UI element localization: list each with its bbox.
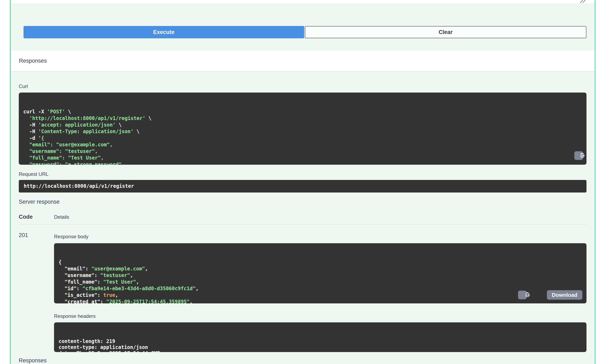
code-line: "email": "user@example.com", <box>59 265 582 272</box>
request-url-value: http://localhost:8000/api/v1/register <box>24 180 134 193</box>
response-headers-label: Response headers <box>54 313 586 319</box>
code-line: "is_active": true, <box>59 292 582 299</box>
code-line: content-length: 219 <box>59 338 582 344</box>
code-line: "id": "cfba9e14-ebe3-43d4-a8d0-d35060c9f… <box>59 285 582 292</box>
response-headers-code: content-length: 219content-type: applica… <box>59 338 582 352</box>
response-body-block: { "email": "user@example.com", "username… <box>54 243 586 303</box>
code-line: content-type: application/json <box>59 344 582 351</box>
server-response-row: 201 Response body { "email": "user@examp… <box>19 232 586 352</box>
clipboard-copy-icon <box>572 149 585 162</box>
execute-wrapper: Execute Clear <box>24 26 586 38</box>
code-line: "password": "a_strong_password" <box>23 161 582 165</box>
responses-title: Responses <box>19 58 47 64</box>
response-headers-block: content-length: 219content-type: applica… <box>54 322 586 352</box>
code-line: "full_name": "Test User", <box>59 279 582 285</box>
curl-label: Curl <box>19 83 586 89</box>
response-body-code: { "email": "user@example.com", "username… <box>59 259 582 303</box>
copy-curl-button[interactable] <box>574 151 583 160</box>
code-line: "username": "testuser", <box>59 272 582 279</box>
response-body-label: Response body <box>54 234 586 239</box>
code-line: -H 'accept: application/json' \ <box>23 122 582 128</box>
code-line: -H 'Content-Type: application/json' \ <box>23 128 582 135</box>
responses-inner: Curl curl -X 'POST' \ 'http://localhost:… <box>11 83 595 364</box>
code-line: "username": "testuser", <box>23 148 582 155</box>
request-url-block: http://localhost:8000/api/v1/register <box>19 180 586 193</box>
curl-command-code: curl -X 'POST' \ 'http://localhost:8000/… <box>23 108 582 165</box>
curl-command-block: curl -X 'POST' \ 'http://localhost:8000/… <box>19 92 586 165</box>
code-line: "full_name": "Test User", <box>23 155 582 161</box>
server-response-title: Server response <box>19 199 586 205</box>
download-button[interactable]: Download <box>547 290 582 300</box>
responses-tab-header: Responses <box>11 51 595 71</box>
responses-doc-title: Responses <box>19 357 586 364</box>
details-column-header: Details <box>54 214 586 220</box>
code-line: "created_at": "2025-09-25T17:54:45.35989… <box>59 299 582 303</box>
status-code: 201 <box>19 232 54 352</box>
resize-handle-icon[interactable] <box>580 0 587 4</box>
clear-button[interactable]: Clear <box>305 26 587 38</box>
code-line: -d '{ <box>23 135 582 141</box>
code-line: 'http://localhost:8000/api/v1/register' … <box>23 115 582 122</box>
code-column-header: Code <box>19 214 54 220</box>
copy-response-button[interactable] <box>518 291 527 299</box>
clipboard-copy-icon <box>514 289 530 301</box>
post-opblock-panel: Execute Clear Responses Curl curl -X 'PO… <box>10 0 595 364</box>
code-line: "email": "user@example.com", <box>23 141 582 148</box>
response-details: Response body { "email": "user@example.c… <box>54 232 586 352</box>
request-body-textarea[interactable] <box>11 0 595 3</box>
execute-button[interactable]: Execute <box>24 26 304 38</box>
server-response-table-header: Code Details <box>19 214 586 225</box>
code-line: date: Thu,25 Sep 2025 17:54:44 GMT <box>59 351 582 352</box>
code-line: { <box>59 259 582 265</box>
code-line: curl -X 'POST' \ <box>23 108 582 115</box>
request-url-label: Request URL <box>19 171 586 177</box>
